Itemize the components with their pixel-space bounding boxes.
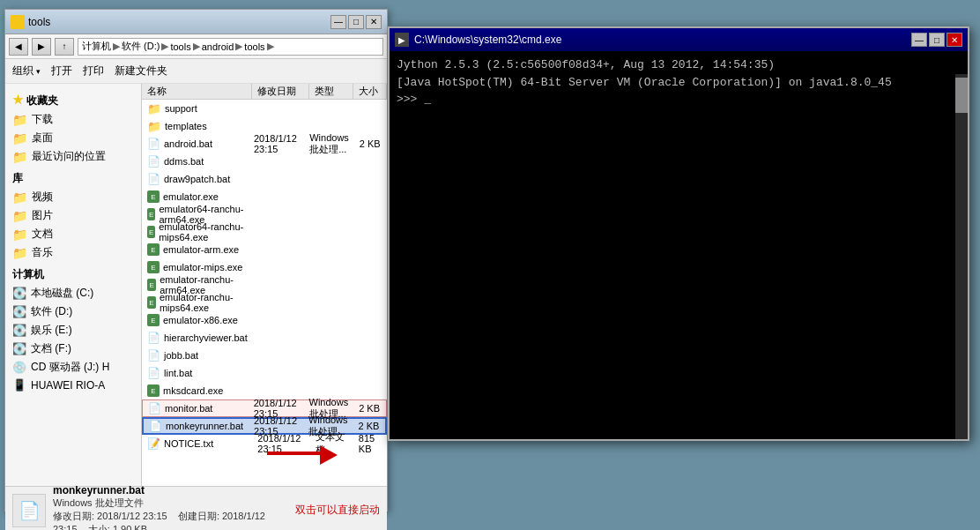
bat-icon: 📄 [147, 332, 160, 344]
new-folder-button[interactable]: 新建文件夹 [115, 63, 167, 78]
status-modified: 修改日期: 2018/1/12 23:15 创建日期: 2018/1/12 23… [53, 510, 288, 530]
list-item[interactable]: E emulator-x86.exe [142, 311, 387, 329]
sidebar-item-recent[interactable]: 📁 最近访问的位置 [5, 147, 141, 166]
list-item[interactable]: 📝NOTICE.txt 2018/1/12 23:15 文本文档 815 KB [142, 435, 387, 452]
library-header: 库 [5, 169, 141, 188]
sidebar-item-download[interactable]: 📁 下载 [5, 110, 141, 129]
left-panel: ★ 收藏夹 📁 下载 📁 桌面 📁 最近访问的位置 库 [5, 84, 142, 486]
col-date[interactable]: 修改日期 [252, 84, 309, 99]
status-filetype: Windows 批处理文件 [53, 496, 288, 510]
cmd-scrollbar[interactable] [955, 74, 968, 439]
folder-icon: 📁 [147, 120, 161, 133]
exe-icon: E [147, 226, 155, 238]
path-d: 软件 (D:) [122, 40, 160, 53]
cmd-minimize-button[interactable]: — [911, 33, 927, 47]
folder-icon: 📁 [12, 246, 27, 260]
sidebar-item-huawei[interactable]: 📱 HUAWEI RIO-A [5, 377, 141, 393]
phone-icon: 📱 [12, 378, 26, 392]
favorites-header: ★ 收藏夹 [5, 91, 141, 110]
address-path[interactable]: 计算机 ▶ 软件 (D:) ▶ tools ▶ android ▶ tools … [78, 38, 383, 56]
bat-icon: 📄 [147, 349, 160, 362]
list-item[interactable]: 📄jobb.bat [142, 347, 387, 364]
right-panel: 名称 修改日期 类型 大小 📁support 📁templates 📄and [142, 84, 387, 486]
col-size[interactable]: 大小 [353, 84, 387, 99]
sidebar-item-music[interactable]: 📁 音乐 [5, 243, 141, 262]
txt-icon: 📝 [147, 437, 160, 450]
exe-icon: E [147, 314, 160, 326]
hdd-icon: 💽 [12, 342, 26, 355]
print-button[interactable]: 打印 [83, 63, 104, 78]
folder-icon: 📁 [12, 150, 27, 164]
hdd-icon: 💽 [12, 324, 26, 337]
folder-icon: 📁 [12, 228, 27, 242]
list-item[interactable]: E emulator64-ranchu-mips64.exe [142, 223, 387, 241]
favorites-section: ★ 收藏夹 📁 下载 📁 桌面 📁 最近访问的位置 [5, 91, 141, 166]
titlebar-left: tools [11, 15, 50, 29]
explorer-title: tools [28, 16, 50, 28]
bat-icon: 📄 [149, 420, 162, 432]
computer-header: 计算机 [5, 265, 141, 284]
sidebar-item-doc-f[interactable]: 💽 文档 (F:) [5, 340, 141, 358]
sidebar-item-soft-d[interactable]: 💽 软件 (D:) [5, 302, 141, 321]
exe-icon: E [147, 208, 155, 220]
sidebar-item-cd[interactable]: 💿 CD 驱动器 (J:) H [5, 358, 141, 377]
list-item[interactable]: 📄android.bat 2018/1/12 23:15 Windows 批处理… [142, 135, 387, 153]
list-item[interactable]: E emulator-arm.exe [142, 241, 387, 258]
close-button[interactable]: ✕ [366, 15, 382, 29]
exe-icon: E [147, 190, 160, 203]
col-type[interactable]: 类型 [309, 84, 353, 99]
cmd-maximize-button[interactable]: □ [929, 33, 945, 47]
list-item[interactable]: 📄draw9patch.bat [142, 170, 387, 188]
status-annotation: 双击可以直接启动 [295, 503, 380, 518]
back-button[interactable]: ◀ [9, 38, 28, 56]
forward-button[interactable]: ▶ [32, 38, 51, 56]
explorer-titlebar: tools — □ ✕ [5, 10, 387, 34]
bat-icon: 📄 [148, 402, 161, 414]
maximize-button[interactable]: □ [348, 15, 364, 29]
titlebar-buttons: — □ ✕ [330, 15, 382, 29]
minimize-button[interactable]: — [330, 15, 346, 29]
folder-icon: 📁 [12, 209, 27, 223]
exe-icon: E [147, 243, 160, 256]
hdd-icon: 💽 [12, 305, 26, 318]
computer-section: 计算机 💽 本地磁盘 (C:) 💽 软件 (D:) 💽 娱乐 (E:) 💽 文档… [5, 265, 141, 393]
col-name[interactable]: 名称 [142, 84, 252, 99]
sidebar-item-music-e[interactable]: 💽 娱乐 (E:) [5, 321, 141, 340]
up-button[interactable]: ↑ [55, 38, 74, 56]
cmd-line3: >>> _ [397, 91, 892, 108]
path-tools2: tools [244, 41, 264, 52]
sidebar-item-local-c[interactable]: 💽 本地磁盘 (C:) [5, 284, 141, 302]
open-button[interactable]: 打开 [51, 63, 72, 78]
organize-menu[interactable]: 组织 ▾ [12, 63, 41, 78]
arrow-annotation [267, 444, 338, 462]
folder-icon: 📁 [147, 102, 161, 116]
sidebar-item-documents[interactable]: 📁 文档 [5, 225, 141, 243]
address-bar: ◀ ▶ ↑ 计算机 ▶ 软件 (D:) ▶ tools ▶ android ▶ … [5, 34, 387, 59]
sidebar-item-video[interactable]: 📁 视频 [5, 188, 141, 206]
cmd-line1: Jython 2.5.3 (2.5:c56500f08d34+, Aug 13 … [397, 56, 892, 74]
cmd-window: ▶ C:\Windows\system32\cmd.exe — □ ✕ Jyth… [388, 26, 969, 441]
folder-icon: 📁 [12, 190, 27, 205]
cmd-line2: [Java HotSpot(TM) 64-Bit Server VM (Orac… [397, 74, 892, 92]
list-item[interactable]: E emulator-ranchu-mips64.exe [142, 294, 387, 311]
folder-icon: 📁 [12, 131, 27, 146]
sidebar-item-images[interactable]: 📁 图片 [5, 206, 141, 225]
cmd-close-button[interactable]: ✕ [947, 33, 962, 47]
status-bar: 📄 monkeyrunner.bat Windows 批处理文件 修改日期: 2… [5, 486, 387, 530]
cmd-body: Jython 2.5.3 (2.5:c56500f08d34+, Aug 13 … [390, 51, 899, 416]
exe-icon: E [147, 261, 160, 273]
cmd-scrollbar-thumb[interactable] [955, 78, 968, 113]
bat-icon: 📄 [147, 367, 160, 379]
list-item[interactable]: 📄hierarchyviewer.bat [142, 329, 387, 347]
list-item[interactable]: 📁support [142, 100, 387, 117]
list-item[interactable]: 📄lint.bat [142, 364, 387, 382]
status-file-icon: 📄 [12, 494, 46, 527]
sidebar-item-desktop[interactable]: 📁 桌面 [5, 129, 141, 147]
folder-icon: 📁 [12, 113, 27, 127]
file-list-header: 名称 修改日期 类型 大小 [142, 84, 387, 100]
cmd-icon: ▶ [395, 33, 409, 47]
exe-icon: E [147, 384, 160, 397]
bat-icon: 📄 [147, 173, 160, 185]
explorer-window: tools — □ ✕ ◀ ▶ ↑ 计算机 ▶ 软件 (D:) ▶ tools … [4, 9, 388, 511]
exe-icon: E [147, 296, 156, 309]
